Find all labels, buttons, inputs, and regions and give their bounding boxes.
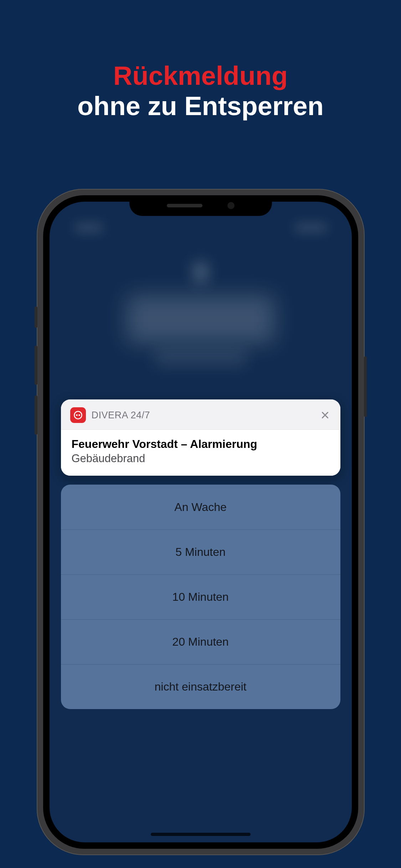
response-option-5-minuten[interactable]: 5 Minuten: [61, 529, 340, 574]
close-icon: [320, 410, 330, 420]
phone-screen: DIVERA 24/7 Feuerwehr Vorstadt – Alarmie…: [50, 202, 352, 842]
close-button[interactable]: [319, 409, 331, 421]
response-option-10-minuten[interactable]: 10 Minuten: [61, 574, 340, 619]
marketing-headline: Rückmeldung ohne zu Entsperren: [0, 0, 401, 121]
response-option-20-minuten[interactable]: 20 Minuten: [61, 619, 340, 664]
volume-down-button: [35, 396, 37, 435]
phone-device-frame: DIVERA 24/7 Feuerwehr Vorstadt – Alarmie…: [37, 189, 365, 855]
app-icon: [70, 407, 86, 423]
blurred-status-right: [295, 223, 327, 232]
phone-bezel: DIVERA 24/7 Feuerwehr Vorstadt – Alarmie…: [43, 195, 358, 849]
blurred-status-left: [74, 223, 103, 232]
notification-card[interactable]: DIVERA 24/7 Feuerwehr Vorstadt – Alarmie…: [61, 399, 340, 476]
response-action-list: An Wache 5 Minuten 10 Minuten 20 Minuten…: [61, 485, 340, 709]
headline-line-2: ohne zu Entsperren: [0, 91, 401, 121]
svg-point-1: [76, 414, 78, 416]
volume-up-button: [35, 346, 37, 385]
power-button: [364, 356, 367, 417]
blurred-clock: [126, 294, 276, 344]
notification-body: Feuerwehr Vorstadt – Alarmierung Gebäude…: [61, 429, 340, 476]
svg-point-0: [74, 412, 82, 419]
front-camera: [227, 202, 235, 209]
svg-point-2: [78, 414, 80, 416]
notification-header: DIVERA 24/7: [61, 399, 340, 429]
home-indicator[interactable]: [151, 833, 251, 836]
mute-switch: [35, 306, 37, 328]
notification-title: Feuerwehr Vorstadt – Alarmierung: [72, 438, 330, 451]
response-option-nicht-einsatzbereit[interactable]: nicht einsatzbereit: [61, 664, 340, 709]
blurred-lock-icon: [194, 262, 208, 282]
response-option-an-wache[interactable]: An Wache: [61, 485, 340, 529]
notification-app-name: DIVERA 24/7: [92, 410, 319, 421]
speaker-grille: [167, 204, 202, 207]
phone-notch: [129, 195, 272, 216]
blurred-date: [154, 351, 247, 366]
headline-line-1: Rückmeldung: [0, 61, 401, 91]
notification-subtitle: Gebäudebrand: [72, 452, 330, 465]
